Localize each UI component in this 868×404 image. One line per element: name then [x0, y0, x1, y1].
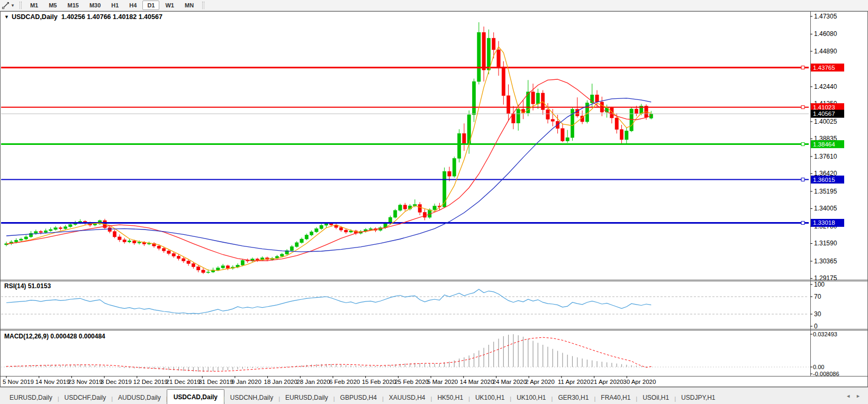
- chart-tab-eurusd-daily[interactable]: EURUSD,Daily: [3, 391, 59, 404]
- chart-tab-usdchf-daily[interactable]: USDCHF,Daily: [58, 391, 113, 404]
- price-axis-label: 1.46080: [814, 30, 837, 38]
- price-axis-label: 1.40025: [814, 118, 837, 125]
- chart-tab-ger30-h1[interactable]: GER30,H1: [551, 391, 595, 404]
- date-axis-label: 28 Jan 2020: [296, 379, 330, 385]
- price-chart-canvas[interactable]: 1.473051.460801.448901.436651.424401.412…: [0, 11, 868, 387]
- timeframe-button-d1[interactable]: D1: [142, 1, 159, 10]
- chart-tab-audusd-daily[interactable]: AUDUSD,Daily: [112, 391, 167, 404]
- trendline-tool-glyph: [2, 1, 10, 10]
- timeframe-button-mn[interactable]: MN: [180, 1, 198, 10]
- svg-text:1.40567: 1.40567: [813, 111, 835, 117]
- timeframe-button-w1[interactable]: W1: [160, 1, 179, 10]
- price-axis-label: 1.31590: [814, 240, 837, 247]
- date-axis-label: 2 Apr 2020: [525, 379, 555, 385]
- chart-tab-usdjpy-h1[interactable]: USDJPY,H1: [675, 391, 721, 404]
- svg-text:1.38464: 1.38464: [813, 141, 835, 148]
- macd-axis-label: 0.00: [813, 364, 824, 370]
- hline-anchor-handle[interactable]: [801, 106, 804, 109]
- chart-tab-bar: EURUSD,Daily|USDCHF,Daily|AUDUSD,Daily|U…: [0, 387, 868, 404]
- price-axis-label: 1.47305: [814, 13, 837, 20]
- date-axis-label: 25 Feb 2020: [394, 379, 429, 385]
- chart-tab-fra40-h1[interactable]: FRA40,H1: [594, 391, 637, 404]
- date-axis-label: 14 Nov 2019: [35, 379, 70, 385]
- hline-anchor-handle[interactable]: [801, 178, 804, 181]
- svg-text:1.43765: 1.43765: [813, 65, 835, 71]
- toolbar: ▼ M1M5M15M30H1H4D1W1MN: [0, 0, 868, 11]
- chart-tab-usdcad-daily[interactable]: USDCAD,Daily: [167, 389, 224, 404]
- chart-window[interactable]: 1.473051.460801.448901.436651.424401.412…: [0, 11, 868, 387]
- price-axis-label: 1.35195: [814, 188, 837, 195]
- date-axis-label: 6 Feb 2020: [329, 379, 360, 385]
- hline-anchor-handle[interactable]: [801, 66, 804, 69]
- price-axis-label: 1.44890: [814, 48, 837, 55]
- tab-scroll-arrows: ◄ ►: [838, 393, 868, 399]
- date-axis-label: 5 Mar 2020: [427, 379, 458, 385]
- tool-dropdown-arrow-icon[interactable]: ▼: [11, 3, 15, 8]
- rsi-axis-label: 30: [814, 310, 821, 318]
- date-axis-label: 9 Jan 2020: [231, 379, 261, 385]
- tabs-scroll-left-icon[interactable]: ◄: [846, 393, 851, 399]
- timeframe-button-m5[interactable]: M5: [44, 1, 61, 10]
- chart-tab-eurusd-daily[interactable]: EURUSD,Daily: [279, 391, 334, 404]
- timeframe-button-h1[interactable]: H1: [106, 1, 123, 10]
- toolbar-grip[interactable]: [20, 2, 22, 9]
- date-axis-label: 11 Apr 2020: [558, 379, 590, 385]
- trendline-tool-icon[interactable]: [2, 1, 10, 10]
- timeframe-button-h4[interactable]: H4: [124, 1, 141, 10]
- hline-anchor-handle[interactable]: [801, 221, 804, 224]
- timeframe-button-m1[interactable]: M1: [25, 1, 43, 10]
- date-axis-label: 21 Apr 2020: [591, 379, 623, 385]
- date-axis-label: 5 Nov 2019: [3, 379, 34, 385]
- rsi-axis-label: 0: [814, 323, 818, 330]
- rsi-axis-label: 70: [814, 293, 821, 300]
- macd-axis-label: -0.008086: [813, 371, 839, 377]
- chart-tab-uk100-h1[interactable]: UK100,H1: [469, 391, 511, 404]
- date-axis-label: 30 Apr 2020: [623, 379, 656, 385]
- price-axis-label: 1.30365: [814, 258, 837, 265]
- chart-tab-xauusd-h4[interactable]: XAUUSD,H4: [383, 391, 432, 404]
- svg-text:1.33018: 1.33018: [813, 219, 835, 226]
- date-axis-label: 3 Dec 2019: [101, 379, 132, 385]
- date-axis-label: 15 Feb 2020: [362, 379, 396, 385]
- chart-tab-usoil-h1[interactable]: USOil,H1: [636, 391, 675, 404]
- chart-tab-uk100-h1[interactable]: UK100,H1: [510, 391, 552, 404]
- timeframe-button-group: M1M5M15M30H1H4D1W1MN: [25, 1, 199, 10]
- timeframe-button-m15[interactable]: M15: [62, 1, 83, 10]
- rsi-axis-label: 100: [814, 281, 825, 288]
- chart-tab-usdcnh-daily[interactable]: USDCNH,Daily: [224, 391, 279, 404]
- price-axis-label: 1.37610: [814, 153, 837, 160]
- date-axis-label: 14 Mar 2020: [460, 379, 494, 385]
- macd-axis-label: 0.032493: [813, 331, 837, 337]
- chart-tabs: EURUSD,Daily|USDCHF,Daily|AUDUSD,Daily|U…: [0, 388, 838, 404]
- date-axis-label: 31 Dec 2019: [198, 379, 233, 385]
- svg-text:1.41023: 1.41023: [813, 104, 835, 111]
- price-axis-label: 1.42440: [814, 83, 837, 90]
- chart-tab-gbpusd-h4[interactable]: GBPUSD,H4: [334, 391, 383, 404]
- date-axis-label: 18 Jan 2020: [264, 379, 297, 385]
- svg-text:1.36015: 1.36015: [813, 177, 835, 183]
- hline-anchor-handle[interactable]: [801, 143, 804, 146]
- date-axis-label: 12 Dec 2019: [133, 379, 168, 385]
- chart-tab-hk50-h1[interactable]: HK50,H1: [431, 391, 469, 404]
- tabs-scroll-right-icon[interactable]: ►: [856, 393, 861, 399]
- timeframe-button-m30[interactable]: M30: [85, 1, 105, 10]
- date-axis-label: 23 Nov 2019: [68, 379, 102, 385]
- toolbar-grip-2[interactable]: [202, 2, 204, 9]
- price-axis-label: 1.34005: [814, 205, 837, 212]
- date-axis-label: 21 Dec 2019: [166, 379, 201, 385]
- date-axis-label: 24 Mar 2020: [493, 379, 527, 385]
